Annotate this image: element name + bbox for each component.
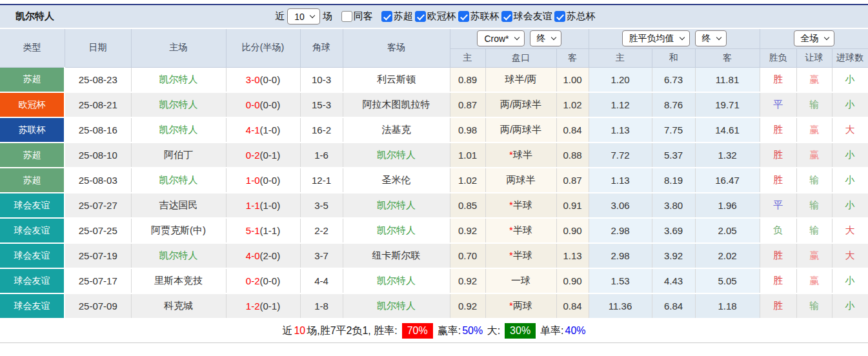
odds-group-header: Crow* 终: [450, 29, 589, 48]
league-checkbox[interactable]: [554, 11, 565, 22]
summary-segment: 单率:: [540, 324, 563, 338]
avg-draw-cell: 3.92: [652, 243, 695, 268]
avg-home-cell: 2.98: [589, 218, 652, 243]
sub-header-handicap-result: 让球: [796, 48, 832, 67]
games-unit-label: 场: [323, 10, 332, 23]
away-team[interactable]: 凯尔特人: [343, 293, 450, 319]
avg-away-cell: 11.81: [695, 67, 760, 92]
away-team[interactable]: 阿拉木图凯拉特: [343, 92, 450, 117]
summary-segment: 大:: [484, 324, 500, 338]
date-cell: 25-07-17: [65, 268, 131, 293]
home-team[interactable]: 凯尔特人: [131, 67, 226, 92]
scope-select[interactable]: 全场: [794, 30, 834, 46]
fulltime-score[interactable]: 1-0: [246, 175, 260, 186]
fulltime-score[interactable]: 5-1: [246, 225, 260, 236]
league-badge: 苏超: [0, 143, 65, 168]
handicap-result-cell: 赢: [796, 268, 832, 293]
fulltime-score[interactable]: 4-0: [246, 250, 260, 261]
avg-away-cell: 16.47: [695, 168, 760, 193]
result-cell: 胜: [760, 293, 796, 319]
fulltime-score[interactable]: 3-0: [246, 74, 260, 85]
away-team[interactable]: 利云斯顿: [343, 67, 450, 92]
away-team[interactable]: 凯尔特人: [343, 218, 450, 243]
fulltime-score[interactable]: 1-2: [246, 301, 260, 312]
table-row: 苏联杯 25-08-16 凯尔特人 4-1(1-0) 16-2 法基克 0.98…: [0, 117, 868, 143]
home-team[interactable]: 凯尔特人: [131, 117, 226, 143]
handicap-value: 一球: [511, 275, 530, 286]
league-checkbox[interactable]: [381, 11, 392, 22]
result-cell: 胜: [760, 168, 796, 193]
fulltime-score[interactable]: 0-2: [246, 275, 260, 286]
sub-header-goals: 进球数: [832, 48, 868, 67]
league-filter: 苏联杯: [458, 10, 500, 23]
corner-cell: 3-7: [300, 243, 343, 268]
away-odds-cell: 1.02: [556, 92, 589, 117]
date-cell: 25-08-10: [65, 143, 131, 168]
score-cell[interactable]: 0-2(0-0): [226, 268, 300, 293]
halftime-score: (0-1): [260, 301, 281, 312]
same-away-checkbox[interactable]: [341, 11, 352, 22]
avg-away-cell: 5.05: [695, 268, 760, 293]
avg-away-cell: 1.18: [695, 293, 760, 319]
halftime-score: (1-0): [260, 200, 281, 211]
away-team[interactable]: 纽卡斯尔联: [343, 243, 450, 268]
away-team[interactable]: 法基克: [343, 117, 450, 143]
odds-time-select[interactable]: 终: [530, 30, 561, 46]
fulltime-score[interactable]: 0-2: [246, 150, 260, 161]
score-cell[interactable]: 1-2(0-1): [226, 293, 300, 319]
away-team[interactable]: 凯尔特人: [343, 143, 450, 168]
avg-time-select[interactable]: 终: [695, 30, 727, 46]
league-checkbox[interactable]: [415, 11, 426, 22]
home-team[interactable]: 里斯本竞技: [131, 268, 226, 293]
odds-company-select[interactable]: Crow*: [477, 30, 524, 46]
league-checkbox[interactable]: [501, 11, 512, 22]
home-team[interactable]: 凯尔特人: [131, 243, 226, 268]
fulltime-score[interactable]: 4-1: [246, 124, 260, 135]
home-team[interactable]: 凯尔特人: [131, 92, 226, 117]
avg-type-select[interactable]: 胜平负均值: [622, 30, 690, 46]
home-team[interactable]: 阿伯丁: [131, 143, 226, 168]
away-odds-cell: 0.88: [556, 143, 589, 168]
score-cell[interactable]: 5-1(1-1): [226, 218, 300, 243]
halftime-score: (0-0): [260, 74, 281, 85]
halftime-score: (1-1): [260, 225, 281, 236]
avg-home-cell: 7.72: [589, 143, 652, 168]
league-badge: 球会友谊: [0, 268, 65, 293]
fulltime-score[interactable]: 1-1: [246, 200, 260, 211]
score-cell[interactable]: 4-1(1-0): [226, 117, 300, 143]
summary-segment: 50%: [462, 325, 483, 337]
home-team[interactable]: 科克城: [131, 293, 226, 319]
table-row: 苏超 25-08-10 阿伯丁 0-2(0-1) 1-6 凯尔特人 1.01 *…: [0, 143, 868, 168]
halftime-score: (0-1): [260, 150, 281, 161]
league-checkbox[interactable]: [458, 11, 469, 22]
away-team[interactable]: 凯尔特人: [343, 268, 450, 293]
score-cell[interactable]: 4-0(2-0): [226, 243, 300, 268]
league-filter-label: 球会友谊: [514, 10, 552, 23]
score-cell[interactable]: 0-2(0-1): [226, 143, 300, 168]
handicap-cell: 两球半: [485, 168, 556, 193]
home-team[interactable]: 阿贾克斯(中): [131, 218, 226, 243]
goals-cell: 小: [832, 268, 868, 293]
recent-count-select[interactable]: 10: [287, 8, 320, 25]
home-team[interactable]: 凯尔特人: [131, 168, 226, 193]
summary-bar: 近10场,胜7平2负1, 胜率:70%赢率:50% 大:30%单率:40%: [0, 319, 868, 343]
sub-header-avg-home: 主: [589, 48, 652, 67]
date-cell: 25-08-21: [65, 92, 131, 117]
home-team[interactable]: 吉达国民: [131, 193, 226, 218]
home-odds-cell: 0.70: [450, 243, 485, 268]
handicap-value: 半球: [513, 224, 532, 235]
corner-cell: 10-3: [300, 67, 343, 92]
away-team[interactable]: 凯尔特人: [343, 193, 450, 218]
halftime-score: (1-0): [260, 124, 281, 135]
score-cell[interactable]: 1-1(1-0): [226, 193, 300, 218]
away-odds-cell: 0.84: [556, 117, 589, 143]
score-cell[interactable]: 3-0(0-0): [226, 67, 300, 92]
avg-home-cell: 1.53: [589, 268, 652, 293]
league-badge: 欧冠杯: [0, 92, 65, 117]
score-cell[interactable]: 1-0(0-0): [226, 168, 300, 193]
fulltime-score[interactable]: 0-0: [246, 99, 260, 110]
handicap-value: 两球半: [507, 174, 536, 185]
away-team[interactable]: 圣米伦: [343, 168, 450, 193]
score-cell[interactable]: 0-0(0-0): [226, 92, 300, 117]
filter-controls: 近 10 场 同客 苏超 欧冠杯 苏联杯 球会友谊 苏总杯: [272, 8, 596, 25]
